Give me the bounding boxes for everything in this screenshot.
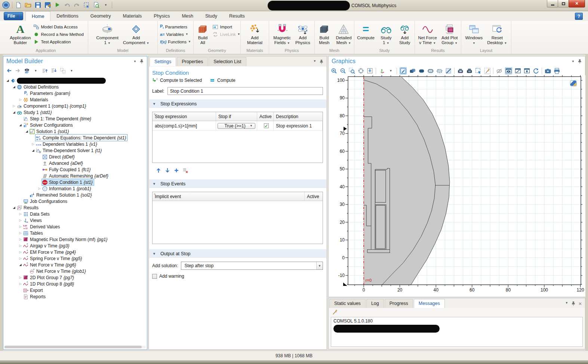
tree-item-global-definitions[interactable]: ◢Global Definitions: [4, 84, 147, 90]
zoom-extents-icon[interactable]: [358, 67, 364, 74]
snapshot-dark2-icon[interactable]: [466, 67, 472, 74]
tree-item-2d-plot-group-7[interactable]: ▷*2D Plot Group 7{pg7}: [4, 274, 147, 281]
ribbon-detailed-mesh-button[interactable]: DetailedMesh ▼: [334, 22, 353, 46]
tab-definitions[interactable]: Definitions: [50, 11, 84, 21]
transparency-icon[interactable]: [409, 67, 416, 74]
description-cell[interactable]: Stop expression 1: [274, 121, 323, 130]
table-resize-icon[interactable]: »: [154, 112, 155, 116]
go-view-icon[interactable]: [379, 67, 385, 74]
tree-item-remeshed-solution-1[interactable]: Remeshed Solution 1{sol2}: [4, 192, 147, 198]
tree-item-automatic-remeshing[interactable]: Automatic Remeshing{arDef}: [4, 173, 147, 179]
pin-icon[interactable]: [139, 59, 144, 64]
frame-eye-icon[interactable]: [524, 67, 530, 74]
tab-settings[interactable]: Settings: [150, 57, 176, 66]
snapshot-dark-icon[interactable]: [457, 67, 464, 74]
zoom-sel-icon[interactable]: [367, 67, 373, 74]
caret-icon[interactable]: ▼: [68, 67, 75, 74]
ribbon-net-force-v-time-button[interactable]: Net Forcev Time ▼: [416, 22, 439, 46]
plus-icon[interactable]: [173, 167, 179, 174]
caret-icon[interactable]: ▼: [33, 67, 39, 74]
save-icon[interactable]: [34, 1, 41, 9]
zoom-out-icon[interactable]: [340, 67, 346, 74]
ribbon-add-material-button[interactable]: AddMaterial: [245, 22, 264, 46]
ribbon-import-button[interactable]: Import: [212, 24, 240, 30]
select-dashed-icon[interactable]: [475, 67, 481, 74]
arrow-up-icon[interactable]: [155, 167, 161, 174]
tree-item-results[interactable]: ◢Results: [4, 204, 147, 211]
column-header[interactable]: Implicit event: [153, 192, 305, 201]
ribbon-test-application-button[interactable]: Test Application: [33, 38, 83, 45]
tree-item-solver-configurations[interactable]: ◢Solver Configurations: [4, 122, 147, 128]
move-down-icon[interactable]: [50, 67, 57, 74]
tree-item-parameters[interactable]: PiParameters{param}: [4, 90, 147, 96]
ribbon-functions-button[interactable]: f(x)Functions ▼: [160, 38, 191, 45]
eye-frame-icon[interactable]: [505, 67, 512, 74]
tab-materials[interactable]: Materials: [117, 11, 148, 21]
caret-icon[interactable]: ▼: [388, 67, 394, 74]
add-solution-combo[interactable]: Step after stop ▼: [181, 262, 323, 270]
app-menu-icon[interactable]: [2, 1, 10, 9]
help-button[interactable]: ?: [575, 13, 583, 20]
nav-back-icon[interactable]: [6, 67, 12, 74]
column-header[interactable]: Stop expression: [153, 112, 216, 121]
pill-icon[interactable]: [427, 67, 434, 74]
tree-item-advanced[interactable]: Advanced{aDef}: [4, 160, 147, 166]
tab-static-values[interactable]: Static values: [329, 299, 366, 308]
tree-item-derived-values[interactable]: ▷8.85e-12Derived Values: [4, 223, 147, 230]
ribbon-windows-button[interactable]: Windows ▼: [464, 22, 485, 46]
section-output-at-stop[interactable]: ▼ Output at Stop: [149, 249, 326, 258]
column-header[interactable]: Active: [257, 112, 274, 121]
file-menu-button[interactable]: File▼: [4, 12, 23, 20]
tree-item-job-configurations[interactable]: Job Configurations: [4, 198, 147, 204]
tab-results[interactable]: Results: [223, 11, 251, 21]
tree-item-tables[interactable]: ▷Tables: [4, 230, 147, 236]
broom-box-icon[interactable]: [484, 67, 490, 74]
scene-light-icon[interactable]: [400, 67, 407, 74]
nav-fwd-icon[interactable]: [15, 67, 21, 74]
ribbon-variables-button[interactable]: a=Variables ▼: [160, 31, 191, 37]
tree-item-compile-equations-time-dependent[interactable]: au·fatCompile Equations: Time Dependent{…: [4, 135, 147, 141]
add-warning-checkbox[interactable]: [152, 274, 157, 279]
tree-item-1d-plot-group-8[interactable]: ▷*1D Plot Group 8{pg8}: [4, 281, 147, 287]
model-node-icon[interactable]: [59, 67, 66, 74]
ribbon-model-data-access-button[interactable]: Model Data Access: [33, 24, 83, 30]
open-folder-icon[interactable]: [24, 1, 32, 9]
ribbon-build-all-button[interactable]: BuildAll: [194, 22, 212, 46]
close-panel-icon[interactable]: ✕: [578, 301, 582, 306]
save-as-icon[interactable]: [44, 1, 51, 9]
tab-geometry[interactable]: Geometry: [84, 11, 117, 21]
panel-menu-icon[interactable]: ▼: [133, 60, 136, 63]
solid-icon[interactable]: [418, 67, 425, 74]
ribbon-build-mesh-button[interactable]: BuildMesh: [315, 22, 333, 46]
tree-item-spring-force-v-time[interactable]: ▷*Spring Force v Time{pg5}: [4, 255, 147, 262]
tab-physics[interactable]: Physics: [148, 11, 176, 21]
broom-icon[interactable]: [331, 309, 338, 316]
ribbon-add-physics-button[interactable]: AddPhysics: [293, 22, 312, 46]
plot-thumbnail-icon[interactable]: [570, 80, 576, 86]
tree-item-time-dependent-solver-1[interactable]: ◢Time-Dependent Solver 1{t1}: [4, 147, 147, 154]
pill2-icon[interactable]: [436, 67, 443, 74]
caret-icon[interactable]: ▼: [102, 1, 110, 9]
tree-item-component-1-comp1[interactable]: ▷Component 1 (comp1){comp1}: [4, 103, 147, 109]
slash-box-icon[interactable]: [445, 67, 452, 74]
maximize-button[interactable]: [558, 0, 569, 7]
ribbon-add-plot-group-button[interactable]: Add PlotGroup ▼: [440, 22, 459, 46]
delete-list-icon[interactable]: [182, 167, 188, 174]
camera-icon[interactable]: [545, 67, 551, 74]
column-header[interactable]: Stop if: [216, 112, 257, 121]
ribbon-parameters-button[interactable]: PiParameters: [160, 24, 191, 30]
panel-menu-icon[interactable]: ▼: [565, 301, 568, 306]
pin-icon[interactable]: [319, 59, 324, 64]
tree-item-net-force-v-time[interactable]: ◢*Net Force v Time{pg6}: [4, 262, 147, 268]
arrow-down-icon[interactable]: [164, 167, 170, 174]
tab-log[interactable]: Log: [366, 299, 384, 308]
section-stop-events[interactable]: ▼ Stop Events: [149, 179, 326, 188]
label-input[interactable]: Stop Condition 1: [167, 87, 323, 95]
zoom-box-icon[interactable]: [349, 67, 355, 74]
tree-item-dependent-variables-1[interactable]: ▷u,v,wDependent Variables 1{v1}: [4, 141, 147, 147]
show-eye-icon[interactable]: [24, 67, 30, 74]
tree-item-solution-1[interactable]: ◢*Solution 1{sol1}: [4, 128, 147, 135]
ribbon-add-study-button[interactable]: AddStudy: [396, 22, 414, 46]
column-header[interactable]: Description: [274, 112, 323, 121]
stop-expression-cell[interactable]: abs(comp1.s)>1[mm]: [153, 121, 216, 130]
